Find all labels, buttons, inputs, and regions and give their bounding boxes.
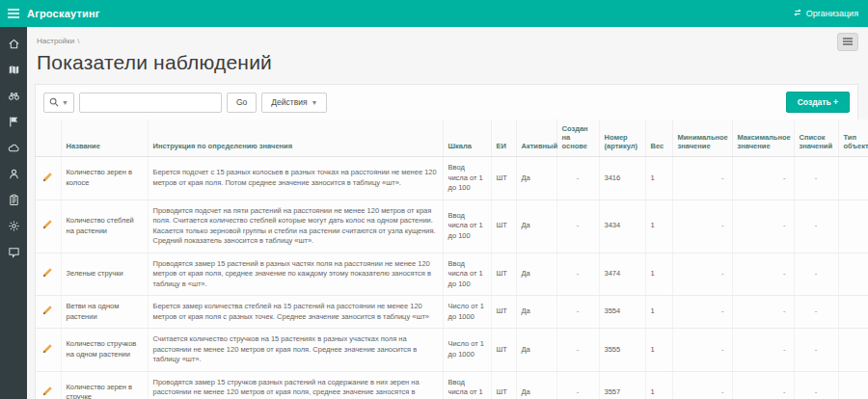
cell-max: - <box>732 200 794 253</box>
map-icon[interactable] <box>7 63 20 76</box>
column-header-active[interactable]: Активный <box>516 120 556 157</box>
chevron-down-icon: ▼ <box>312 99 318 106</box>
breadcrumb-separator: \ <box>77 37 79 45</box>
cell-weight: 1 <box>645 157 672 200</box>
cell-name: Ветви на одном растении <box>61 296 148 329</box>
cell-min: - <box>672 253 732 296</box>
edit-cell <box>36 200 61 253</box>
chevron-down-icon: ▼ <box>62 99 68 106</box>
cell-weight: 1 <box>645 371 672 399</box>
edit-pencil-icon[interactable] <box>42 172 53 186</box>
cloud-icon[interactable] <box>7 141 20 154</box>
cell-list: - <box>794 200 838 253</box>
sidebar-nav <box>0 27 27 399</box>
cell-created-from: - <box>556 253 599 296</box>
cell-active: Да <box>516 200 556 253</box>
table-row: Количество стеблей на растенииПроводится… <box>36 200 868 253</box>
column-header-max[interactable]: Максимальное значение <box>732 120 794 157</box>
cell-list: - <box>794 296 838 329</box>
edit-pencil-icon[interactable] <box>42 386 53 399</box>
table-row: Зеленые стручкиПроводятся замер 15 расте… <box>36 253 868 296</box>
actions-button-label: Действия <box>271 97 307 107</box>
menu-toggle-icon[interactable] <box>0 0 27 27</box>
cell-created-from: - <box>556 200 599 253</box>
binoculars-icon[interactable] <box>7 89 20 102</box>
cell-weight: 1 <box>645 253 672 296</box>
edit-pencil-icon[interactable] <box>42 219 53 233</box>
cell-unit: ШТ <box>491 329 516 372</box>
column-header-type[interactable]: Тип объекта <box>838 120 868 157</box>
breadcrumb-label[interactable]: Настройки <box>37 37 74 45</box>
home-icon[interactable] <box>7 37 20 50</box>
cell-list: - <box>794 253 838 296</box>
actions-button[interactable]: Действия ▼ <box>261 93 327 113</box>
cell-active: Да <box>516 296 556 329</box>
user-icon[interactable] <box>7 167 20 180</box>
breadcrumb[interactable]: Настройки\ <box>35 33 79 47</box>
main-content: Настройки\ Показатели наблюдений ▼ Go Де… <box>27 27 868 399</box>
chat-icon[interactable] <box>7 245 20 258</box>
create-button[interactable]: Создать + <box>786 92 850 113</box>
column-header-scale[interactable]: Шкала <box>443 120 491 157</box>
edit-pencil-icon[interactable] <box>42 343 53 358</box>
cell-weight: 1 <box>645 329 672 372</box>
cell-name: Количество стеблей на растении <box>61 200 148 253</box>
cell-number: 3554 <box>599 296 645 329</box>
column-header-created-from[interactable]: Создан на основе <box>556 120 599 157</box>
cell-min: - <box>672 371 732 399</box>
cell-created-from: - <box>556 157 599 200</box>
cell-scale: Ввод числа от 1 до 100 <box>443 157 491 200</box>
cell-type: - <box>838 329 868 372</box>
search-icon <box>49 93 59 111</box>
cell-type: - <box>838 157 868 200</box>
search-column-selector[interactable]: ▼ <box>43 93 74 113</box>
edit-cell <box>36 296 61 329</box>
cell-max: - <box>732 296 794 329</box>
organization-menu[interactable]: Организация <box>783 0 868 27</box>
cell-instruction: Проводятся замер 15 стручков разных раст… <box>148 371 443 399</box>
table-row: Количество зерен в стручкеПроводятся зам… <box>36 371 868 399</box>
cell-min: - <box>672 200 732 253</box>
cell-name: Зеленые стручки <box>61 253 148 296</box>
column-header-list[interactable]: Список значений <box>794 120 838 157</box>
column-header-unit[interactable]: ЕИ <box>491 120 516 157</box>
cell-name: Количество зерен в колосе <box>61 157 148 200</box>
edit-cell <box>36 253 61 296</box>
clipboard-icon[interactable] <box>7 193 20 206</box>
cell-instruction: Берется замер количества стеблей на 15 р… <box>148 296 443 329</box>
edit-pencil-icon[interactable] <box>42 305 53 319</box>
edit-cell <box>36 329 61 372</box>
cell-unit: ШТ <box>491 253 516 296</box>
cell-name: Количество зерен в стручке <box>61 371 148 399</box>
column-header-weight[interactable]: Вес <box>645 120 672 157</box>
column-header-min[interactable]: Минимальное значение <box>672 120 732 157</box>
cell-weight: 1 <box>645 200 672 253</box>
cell-type: - <box>838 371 868 399</box>
cell-max: - <box>732 329 794 372</box>
edit-pencil-icon[interactable] <box>42 267 53 281</box>
switch-organization-icon <box>793 8 802 19</box>
cell-list: - <box>794 157 838 200</box>
cell-instruction: Берется подсчет с 15 разных колосьев в р… <box>148 157 443 200</box>
flag-icon[interactable] <box>7 115 20 128</box>
column-header-instruction[interactable]: Инструкция по определению значения <box>148 120 443 157</box>
region-menu-button[interactable] <box>837 33 858 51</box>
search-input[interactable] <box>79 93 222 113</box>
cell-created-from: - <box>556 329 599 372</box>
gear-icon[interactable] <box>7 219 20 232</box>
column-header-number[interactable]: Номер (артикул) <box>599 120 645 157</box>
cell-type: - <box>838 253 868 296</box>
cell-instruction: Считается количество стручков на 15 раст… <box>148 329 443 372</box>
cell-active: Да <box>516 329 556 372</box>
cell-unit: ШТ <box>491 200 516 253</box>
column-header-name[interactable]: Название <box>61 120 148 157</box>
table-body: Количество зерен в колосеБерется подсчет… <box>36 157 868 399</box>
table-row: Ветви на одном растенииБерется замер кол… <box>36 296 868 329</box>
column-header-edit <box>36 120 61 157</box>
go-button[interactable]: Go <box>227 93 257 113</box>
report-toolbar: ▼ Go Действия ▼ Создать + <box>36 85 857 120</box>
cell-max: - <box>732 157 794 200</box>
cell-max: - <box>732 371 794 399</box>
cell-scale: Ввод числа от 1 до 100 <box>443 200 491 253</box>
cell-unit: ШТ <box>491 296 516 329</box>
